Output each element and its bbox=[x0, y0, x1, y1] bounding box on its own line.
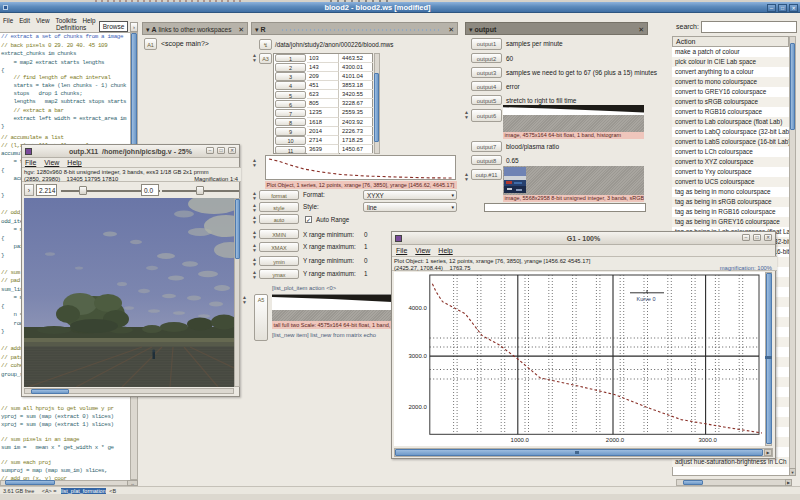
svg-text:1000.0: 1000.0 bbox=[511, 437, 530, 443]
svg-text:Kurve 0: Kurve 0 bbox=[637, 296, 656, 302]
svg-text:3000.0: 3000.0 bbox=[698, 437, 717, 443]
svg-text:3000.0: 3000.0 bbox=[408, 353, 427, 359]
svg-text:2000.0: 2000.0 bbox=[606, 437, 625, 443]
svg-text:4000.0: 4000.0 bbox=[408, 305, 427, 311]
svg-text:2000.0: 2000.0 bbox=[408, 404, 427, 410]
